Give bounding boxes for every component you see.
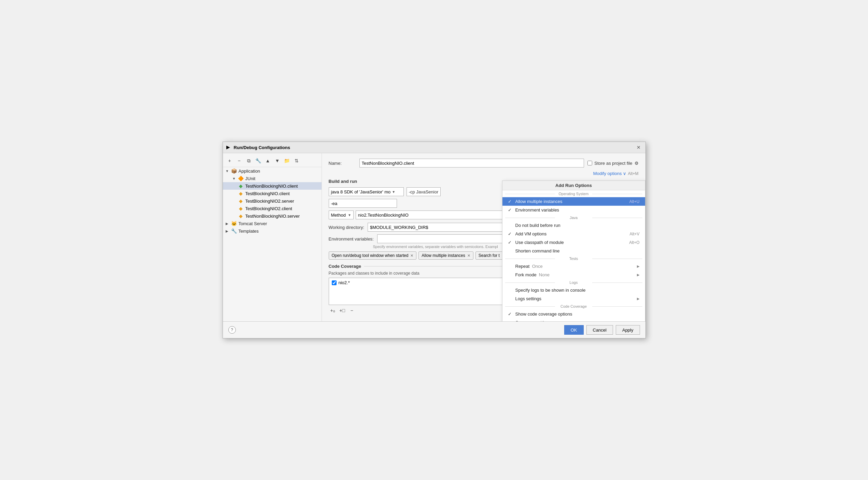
dropdown-header: Add Run Options bbox=[502, 181, 645, 190]
test5-icon: ◆ bbox=[238, 213, 244, 219]
expand-icon: ▼ bbox=[226, 169, 230, 173]
sdk-dropdown[interactable]: java 8 SDK of 'JavaSenior' mo ▼ bbox=[329, 187, 404, 196]
check-fork bbox=[508, 272, 513, 277]
tag-open-run-debug: Open run/debug tool window when started … bbox=[329, 251, 417, 260]
sidebar-item-test3[interactable]: ◆ TestBlockingNIO2.server bbox=[223, 197, 322, 205]
modify-options-dropdown: Add Run Options Operating System ✓ Allow… bbox=[502, 180, 645, 321]
check-repeat bbox=[508, 264, 513, 269]
dropdown-item-classpath[interactable]: ✓ Use classpath of module Alt+O bbox=[502, 238, 645, 247]
move-down-button[interactable]: ▼ bbox=[273, 157, 282, 165]
modify-options-label: Modify options bbox=[593, 171, 622, 176]
store-gear-icon: ⚙ bbox=[635, 161, 639, 166]
sort-button[interactable]: ⇅ bbox=[293, 157, 301, 165]
sidebar-item-templates[interactable]: ▶ 🔧 Templates bbox=[223, 227, 322, 235]
sidebar-item-test1[interactable]: ◆ TestNonBlockingNIO.client bbox=[223, 182, 322, 190]
sdk-label: java 8 SDK of 'JavaSenior' mo bbox=[331, 189, 391, 194]
tag-allow-multiple: Allow multiple instances ✕ bbox=[418, 251, 473, 260]
item-label: Add VM options bbox=[515, 231, 547, 236]
wrench-button[interactable]: 🔧 bbox=[254, 157, 262, 165]
footer-right: OK Cancel Apply bbox=[564, 325, 640, 335]
item-label: Fork mode None bbox=[515, 272, 550, 277]
sdk-arrow: ▼ bbox=[392, 190, 395, 194]
sidebar-toolbar: + − ⧉ 🔧 ▲ ▼ 📁 ⇅ bbox=[223, 155, 322, 167]
tests-separator: Tests bbox=[502, 255, 645, 262]
sidebar-item-test4[interactable]: ◆ TestBlockingNIO2.client bbox=[223, 205, 322, 212]
title-bar-left: ▶ Run/Debug Configurations bbox=[226, 145, 290, 150]
sidebar-item-label: TestBlockingNIO2.client bbox=[245, 206, 292, 211]
tag-search: Search for t bbox=[475, 251, 503, 260]
sidebar-item-application[interactable]: ▼ 📦 Application bbox=[223, 167, 322, 175]
name-row: Name: Store as project file ⚙ bbox=[329, 159, 639, 168]
help-button[interactable]: ? bbox=[228, 326, 236, 334]
close-button[interactable]: ✕ bbox=[635, 144, 642, 151]
modify-options-button[interactable]: Modify options ∨ Alt+M bbox=[593, 171, 639, 176]
coverage-add2-button[interactable]: +□ bbox=[338, 306, 346, 315]
test1-icon: ◆ bbox=[238, 183, 244, 189]
dialog-icon: ▶ bbox=[226, 145, 232, 150]
remove-config-button[interactable]: − bbox=[235, 157, 243, 165]
check-coverage-settings bbox=[508, 320, 513, 321]
test4-icon: ◆ bbox=[238, 206, 244, 211]
sidebar-item-test5[interactable]: ◆ TestNonBlockingNIO.server bbox=[223, 212, 322, 220]
dropdown-item-allow-multiple[interactable]: ✓ Allow multiple instances Alt+U bbox=[502, 197, 645, 206]
cancel-button[interactable]: Cancel bbox=[586, 325, 613, 335]
store-project-checkbox[interactable] bbox=[587, 161, 592, 165]
fork-arrow: ▶ bbox=[637, 273, 640, 277]
junit-icon: 🔶 bbox=[238, 176, 244, 181]
sidebar-item-tomcat[interactable]: ▶ 🐱 Tomcat Server bbox=[223, 220, 322, 227]
ok-button[interactable]: OK bbox=[564, 325, 584, 335]
templates-expand-icon: ▶ bbox=[226, 229, 230, 233]
run-debug-dialog: ▶ Run/Debug Configurations ✕ + − ⧉ 🔧 ▲ ▼… bbox=[223, 142, 646, 338]
footer-left: ? bbox=[228, 326, 236, 334]
store-project-row: Store as project file ⚙ bbox=[587, 161, 638, 166]
tomcat-icon: 🐱 bbox=[231, 221, 237, 226]
dropdown-item-repeat[interactable]: Repeat Once ▶ bbox=[502, 262, 645, 271]
sidebar-item-label: JUnit bbox=[245, 176, 256, 181]
tag-close-allow-multiple[interactable]: ✕ bbox=[467, 253, 470, 258]
method-dropdown[interactable]: Method ▼ bbox=[329, 210, 354, 219]
sidebar-item-label: TestBlockingNIO.client bbox=[245, 191, 290, 196]
tag-close-open-run[interactable]: ✕ bbox=[410, 253, 413, 258]
dropdown-item-show-coverage[interactable]: ✓ Show code coverage options bbox=[502, 310, 645, 318]
item-label: Show code coverage options bbox=[515, 311, 572, 317]
store-project-label: Store as project file bbox=[594, 161, 632, 166]
shortcut-allow-multiple: Alt+U bbox=[629, 199, 640, 204]
coverage-add-button[interactable]: +₀ bbox=[329, 306, 337, 315]
dropdown-item-specify-logs[interactable]: Specify logs to be shown in console bbox=[502, 286, 645, 294]
item-label: Logs settings bbox=[515, 296, 542, 301]
check-allow-multiple: ✓ bbox=[508, 199, 513, 204]
dropdown-item-coverage-settings[interactable]: Coverage settings ▶ bbox=[502, 318, 645, 321]
dropdown-item-logs-settings[interactable]: Logs settings ▶ bbox=[502, 294, 645, 303]
sidebar-item-junit[interactable]: ▼ 🔶 JUnit bbox=[223, 175, 322, 182]
test2-icon: ◆ bbox=[238, 191, 244, 196]
dropdown-item-fork[interactable]: Fork mode None ▶ bbox=[502, 271, 645, 279]
sidebar-item-label: Templates bbox=[239, 229, 259, 234]
folder-button[interactable]: 📁 bbox=[283, 157, 291, 165]
check-shorten bbox=[508, 248, 513, 253]
test3-icon: ◆ bbox=[238, 198, 244, 204]
add-config-button[interactable]: + bbox=[226, 157, 234, 165]
name-input[interactable] bbox=[359, 159, 584, 168]
dialog-footer: ? OK Cancel Apply bbox=[223, 321, 645, 338]
sidebar-item-test2[interactable]: ◆ TestBlockingNIO.client bbox=[223, 190, 322, 197]
method-arrow: ▼ bbox=[348, 213, 351, 217]
dropdown-item-vm-options[interactable]: ✓ Add VM options Alt+V bbox=[502, 230, 645, 238]
junit-expand-icon: ▼ bbox=[232, 177, 237, 180]
dropdown-item-shorten[interactable]: Shorten command line bbox=[502, 247, 645, 255]
apply-button[interactable]: Apply bbox=[616, 325, 640, 335]
tag-label: Allow multiple instances bbox=[422, 253, 465, 258]
item-label: Allow multiple instances bbox=[515, 199, 563, 204]
copy-config-button[interactable]: ⧉ bbox=[245, 157, 253, 165]
item-label: Environment variables bbox=[515, 207, 559, 213]
logs-settings-arrow: ▶ bbox=[637, 297, 640, 301]
move-up-button[interactable]: ▲ bbox=[264, 157, 272, 165]
dropdown-item-no-build[interactable]: Do not build before run bbox=[502, 221, 645, 230]
vm-options-input[interactable] bbox=[329, 199, 397, 208]
sidebar-item-label: Tomcat Server bbox=[239, 221, 267, 226]
shortcut-classpath: Alt+O bbox=[629, 240, 639, 245]
repeat-arrow: ▶ bbox=[637, 264, 640, 268]
coverage-item-checkbox[interactable] bbox=[332, 280, 337, 285]
coverage-remove-button[interactable]: − bbox=[348, 306, 356, 315]
check-show-coverage: ✓ bbox=[508, 311, 513, 317]
dropdown-item-env-vars[interactable]: ✓ Environment variables bbox=[502, 206, 645, 214]
